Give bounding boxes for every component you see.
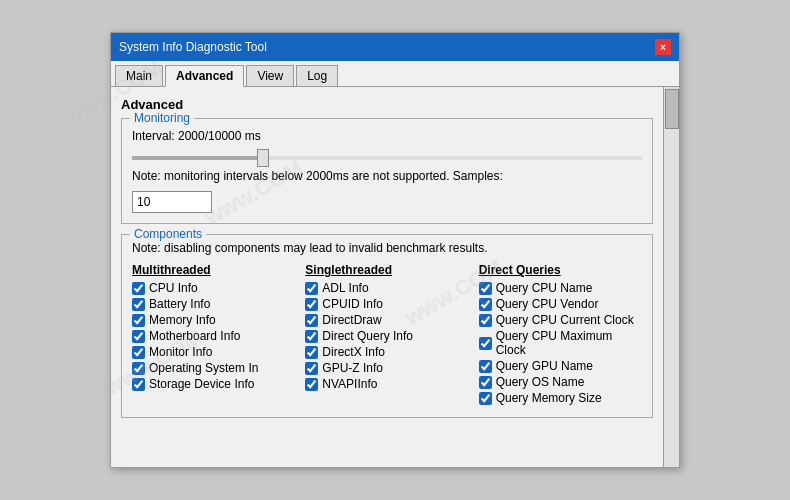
list-item: DirectDraw [305, 313, 468, 327]
directx-checkbox[interactable] [305, 346, 318, 359]
title-bar: System Info Diagnostic Tool × [111, 33, 679, 61]
list-item: Query CPU Current Clock [479, 313, 642, 327]
query-memory-size-checkbox[interactable] [479, 392, 492, 405]
list-item: DirectX Info [305, 345, 468, 359]
monitor-info-label: Monitor Info [149, 345, 212, 359]
slider-container [132, 149, 642, 163]
direct-queries-header: Direct Queries [479, 263, 642, 277]
samples-input[interactable] [132, 191, 212, 213]
direct-query-label: Direct Query Info [322, 329, 413, 343]
singlethreaded-column: Singlethreaded ADL Info CPUID Info Direc… [305, 263, 468, 407]
storage-info-label: Storage Device Info [149, 377, 254, 391]
query-gpu-name-label: Query GPU Name [496, 359, 593, 373]
list-item: Query Memory Size [479, 391, 642, 405]
main-content: Advanced Monitoring Interval: 2000/10000… [111, 87, 663, 467]
direct-query-checkbox[interactable] [305, 330, 318, 343]
monitoring-group-label: Monitoring [130, 111, 194, 125]
storage-info-checkbox[interactable] [132, 378, 145, 391]
list-item: Query CPU Vendor [479, 297, 642, 311]
close-button[interactable]: × [655, 39, 671, 55]
cpuid-info-checkbox[interactable] [305, 298, 318, 311]
components-group: Components Note: disabling components ma… [121, 234, 653, 418]
nvapi-checkbox[interactable] [305, 378, 318, 391]
tab-advanced[interactable]: Advanced [165, 65, 244, 87]
window-title: System Info Diagnostic Tool [119, 40, 267, 54]
interval-text: Interval: 2000/10000 ms [132, 129, 642, 143]
motherboard-info-checkbox[interactable] [132, 330, 145, 343]
scrollbar-thumb[interactable] [665, 89, 679, 129]
query-cpu-max-clock-checkbox[interactable] [479, 337, 492, 350]
tab-view[interactable]: View [246, 65, 294, 86]
monitoring-note: Note: monitoring intervals below 2000ms … [132, 169, 642, 183]
query-memory-size-label: Query Memory Size [496, 391, 602, 405]
query-os-name-label: Query OS Name [496, 375, 585, 389]
tab-log[interactable]: Log [296, 65, 338, 86]
adl-info-label: ADL Info [322, 281, 368, 295]
query-cpu-name-label: Query CPU Name [496, 281, 593, 295]
components-note: Note: disabling components may lead to i… [132, 241, 642, 255]
singlethreaded-header: Singlethreaded [305, 263, 468, 277]
list-item: Query OS Name [479, 375, 642, 389]
page-title: Advanced [121, 97, 653, 112]
cpuid-info-label: CPUID Info [322, 297, 383, 311]
main-window: System Info Diagnostic Tool × Main Advan… [110, 32, 680, 468]
memory-info-checkbox[interactable] [132, 314, 145, 327]
list-item: Storage Device Info [132, 377, 295, 391]
os-info-checkbox[interactable] [132, 362, 145, 375]
query-cpu-clock-checkbox[interactable] [479, 314, 492, 327]
scrollbar[interactable] [663, 87, 679, 467]
list-item: Query GPU Name [479, 359, 642, 373]
list-item: CPU Info [132, 281, 295, 295]
list-item: Monitor Info [132, 345, 295, 359]
list-item: Battery Info [132, 297, 295, 311]
memory-info-label: Memory Info [149, 313, 216, 327]
directx-label: DirectX Info [322, 345, 385, 359]
query-cpu-vendor-checkbox[interactable] [479, 298, 492, 311]
adl-info-checkbox[interactable] [305, 282, 318, 295]
list-item: Direct Query Info [305, 329, 468, 343]
monitoring-group: Monitoring Interval: 2000/10000 ms Note:… [121, 118, 653, 224]
list-item: Operating System In [132, 361, 295, 375]
interval-slider[interactable] [132, 156, 642, 160]
directdraw-checkbox[interactable] [305, 314, 318, 327]
gpuz-checkbox[interactable] [305, 362, 318, 375]
query-os-name-checkbox[interactable] [479, 376, 492, 389]
columns-container: Multithreaded CPU Info Battery Info Memo… [132, 263, 642, 407]
list-item: Motherboard Info [132, 329, 295, 343]
tab-bar: Main Advanced View Log [111, 61, 679, 87]
os-info-label: Operating System In [149, 361, 258, 375]
multithreaded-column: Multithreaded CPU Info Battery Info Memo… [132, 263, 295, 407]
battery-info-checkbox[interactable] [132, 298, 145, 311]
query-gpu-name-checkbox[interactable] [479, 360, 492, 373]
tab-main[interactable]: Main [115, 65, 163, 86]
list-item: Query CPU Maximum Clock [479, 329, 642, 357]
query-cpu-max-clock-label: Query CPU Maximum Clock [496, 329, 642, 357]
direct-queries-column: Direct Queries Query CPU Name Query CPU … [479, 263, 642, 407]
query-cpu-vendor-label: Query CPU Vendor [496, 297, 599, 311]
list-item: GPU-Z Info [305, 361, 468, 375]
query-cpu-clock-label: Query CPU Current Clock [496, 313, 634, 327]
query-cpu-name-checkbox[interactable] [479, 282, 492, 295]
battery-info-label: Battery Info [149, 297, 210, 311]
gpuz-label: GPU-Z Info [322, 361, 383, 375]
motherboard-info-label: Motherboard Info [149, 329, 240, 343]
components-group-label: Components [130, 227, 206, 241]
list-item: CPUID Info [305, 297, 468, 311]
cpu-info-checkbox[interactable] [132, 282, 145, 295]
list-item: Query CPU Name [479, 281, 642, 295]
multithreaded-header: Multithreaded [132, 263, 295, 277]
nvapi-label: NVAPIInfo [322, 377, 377, 391]
content-area: Advanced Monitoring Interval: 2000/10000… [111, 87, 679, 467]
monitor-info-checkbox[interactable] [132, 346, 145, 359]
list-item: Memory Info [132, 313, 295, 327]
cpu-info-label: CPU Info [149, 281, 198, 295]
list-item: ADL Info [305, 281, 468, 295]
directdraw-label: DirectDraw [322, 313, 381, 327]
list-item: NVAPIInfo [305, 377, 468, 391]
